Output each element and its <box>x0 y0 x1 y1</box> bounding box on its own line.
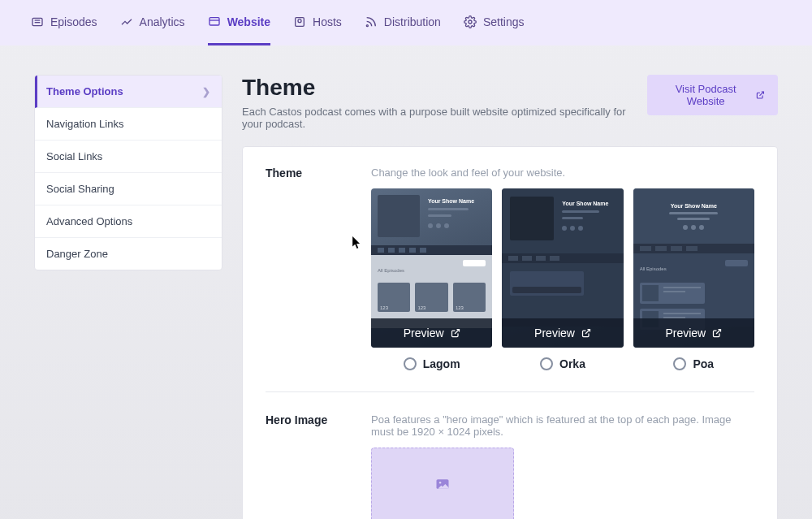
sidebar-item-social-sharing[interactable]: Social Sharing <box>35 173 222 205</box>
theme-thumbnail-poa: Your Show Name All Episodes <box>633 188 754 348</box>
mock-show-name: Your Show Name <box>671 203 717 209</box>
sidebar-item-label: Advanced Options <box>46 215 132 227</box>
nav-analytics[interactable]: Analytics <box>120 0 185 45</box>
svg-line-9 <box>760 92 764 96</box>
button-label: Visit Podcast Website <box>660 83 751 107</box>
theme-thumbnail-orka: Your Show Name <box>502 188 623 348</box>
page-title: Theme <box>242 75 647 101</box>
sidebar-item-theme-options[interactable]: Theme Options ❯ <box>35 76 222 108</box>
theme-card-poa: Your Show Name All Episodes <box>633 188 754 370</box>
preview-label: Preview <box>665 327 706 340</box>
distribution-icon <box>365 15 378 28</box>
section-label-hero: Hero Image <box>266 413 347 519</box>
visit-website-button[interactable]: Visit Podcast Website <box>647 75 778 115</box>
sidebar-item-navigation-links[interactable]: Navigation Links <box>35 108 222 141</box>
theme-radio-poa[interactable]: Poa <box>673 357 714 370</box>
preview-button-lagom[interactable]: Preview <box>371 318 492 348</box>
sidebar-item-danger-zone[interactable]: Danger Zone <box>35 238 222 270</box>
external-link-icon <box>756 90 765 100</box>
sidebar-item-label: Theme Options <box>46 85 123 97</box>
nav-label: Settings <box>483 15 525 28</box>
sidebar-item-label: Social Sharing <box>46 183 114 195</box>
svg-point-8 <box>469 20 472 24</box>
sidebar-item-advanced-options[interactable]: Advanced Options <box>35 205 222 238</box>
nav-label: Analytics <box>140 15 185 28</box>
external-link-icon <box>581 328 591 338</box>
svg-line-12 <box>716 330 721 335</box>
theme-settings-card: Theme Change the look and feel of your w… <box>242 146 778 519</box>
theme-card-lagom: Your Show Name All Episodes <box>371 188 492 370</box>
theme-card-orka: Your Show Name <box>502 188 623 370</box>
sidebar-item-label: Navigation Links <box>46 118 123 130</box>
svg-rect-3 <box>209 17 219 24</box>
mock-show-name: Your Show Name <box>428 198 486 204</box>
mock-show-name: Your Show Name <box>562 201 615 206</box>
chevron-right-icon: ❯ <box>202 86 210 97</box>
website-icon <box>208 15 221 28</box>
theme-description: Change the look and feel of your website… <box>371 167 754 179</box>
radio-icon <box>673 357 686 370</box>
mock-all-episodes: All Episodes <box>378 268 404 273</box>
nav-episodes[interactable]: Episodes <box>31 0 97 45</box>
svg-line-10 <box>455 330 460 335</box>
sidebar-item-social-links[interactable]: Social Links <box>35 141 222 173</box>
nav-label: Website <box>227 15 270 28</box>
nav-label: Episodes <box>50 15 97 28</box>
theme-radio-lagom[interactable]: Lagom <box>404 357 460 370</box>
hero-image-dropzone[interactable] <box>371 448 514 519</box>
svg-point-6 <box>298 19 301 22</box>
radio-icon <box>540 357 553 370</box>
main-content: Theme Each Castos podcast comes with a p… <box>242 75 778 519</box>
sidebar-item-label: Social Links <box>46 150 102 162</box>
theme-name: Orka <box>559 357 585 370</box>
svg-point-7 <box>366 24 368 26</box>
nav-label: Distribution <box>384 15 441 28</box>
nav-distribution[interactable]: Distribution <box>365 0 441 45</box>
external-link-icon <box>712 328 722 338</box>
nav-label: Hosts <box>313 15 342 28</box>
theme-thumbnail-lagom: Your Show Name All Episodes <box>371 188 492 348</box>
external-link-icon <box>451 328 460 338</box>
preview-label: Preview <box>534 327 575 340</box>
theme-name: Lagom <box>423 357 460 370</box>
nav-website[interactable]: Website <box>208 0 270 45</box>
episodes-icon <box>31 15 44 28</box>
preview-button-poa[interactable]: Preview <box>633 318 754 348</box>
radio-icon <box>404 357 417 370</box>
page-subtitle: Each Castos podcast comes with a purpose… <box>242 106 647 130</box>
preview-button-orka[interactable]: Preview <box>502 318 623 348</box>
nav-hosts[interactable]: Hosts <box>293 0 342 45</box>
hosts-icon <box>293 15 306 28</box>
svg-line-11 <box>585 330 590 335</box>
gear-icon <box>464 15 477 28</box>
section-divider <box>266 391 754 392</box>
settings-sidebar: Theme Options ❯ Navigation Links Social … <box>34 75 222 270</box>
section-label-theme: Theme <box>266 167 347 370</box>
svg-point-14 <box>439 482 442 484</box>
sidebar-item-label: Danger Zone <box>46 248 108 260</box>
hero-description: Poa features a "hero image" which is fea… <box>371 413 754 438</box>
top-navigation: Episodes Analytics Website Hosts Distrib… <box>0 0 812 45</box>
theme-radio-orka[interactable]: Orka <box>540 357 585 370</box>
mock-all-episodes: All Episodes <box>640 266 667 271</box>
preview-label: Preview <box>404 327 444 340</box>
analytics-icon <box>120 15 133 28</box>
image-icon <box>434 476 451 496</box>
nav-settings[interactable]: Settings <box>464 0 525 45</box>
theme-name: Poa <box>693 357 714 370</box>
